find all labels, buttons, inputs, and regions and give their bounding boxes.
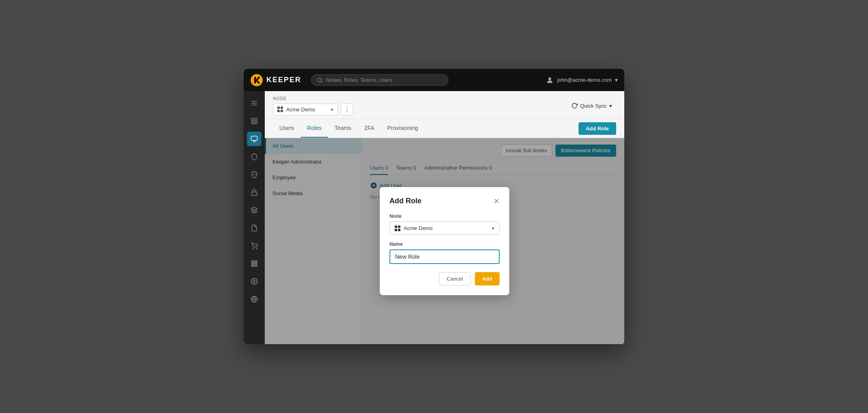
svg-rect-21	[254, 263, 255, 264]
svg-rect-13	[251, 192, 257, 195]
sidebar-item-roles[interactable]	[247, 132, 262, 146]
tab-2fa[interactable]: 2FA	[358, 119, 381, 138]
menu-icon	[251, 100, 258, 107]
sidebar-item-layers[interactable]	[247, 203, 262, 217]
tabs-bar: Users Roles Teams 2FA Provisioning Add R…	[265, 119, 624, 138]
sidebar-item-billing[interactable]	[247, 238, 262, 253]
shield-check-icon	[251, 171, 258, 178]
svg-point-16	[256, 248, 257, 249]
svg-rect-17	[251, 261, 253, 262]
modal-name-input[interactable]	[389, 249, 500, 264]
svg-point-26	[253, 281, 255, 283]
main-layout: Node Acme Demo ⋮	[244, 91, 624, 344]
sidebar-item-menu[interactable]	[247, 96, 262, 111]
cancel-button[interactable]: Cancel	[439, 272, 470, 285]
sidebar-item-apps[interactable]	[247, 256, 262, 271]
sidebar-item-compliance[interactable]	[247, 167, 262, 182]
quick-sync-chevron: ▾	[609, 103, 612, 109]
svg-rect-22	[256, 263, 257, 264]
svg-rect-23	[251, 265, 253, 266]
logo-area: Keeper	[250, 74, 301, 87]
modal-node-dropdown[interactable]: Acme Demo	[389, 221, 500, 235]
svg-rect-7	[255, 118, 257, 120]
sidebar-thin	[244, 91, 265, 344]
sidebar-item-globe[interactable]	[247, 292, 262, 307]
modal-node-value: Acme Demo	[404, 225, 433, 231]
svg-rect-8	[251, 122, 253, 124]
svg-rect-19	[256, 261, 257, 262]
node-grid-icon	[277, 106, 283, 112]
add-button[interactable]: Add	[475, 272, 500, 285]
modal-name-label: Name	[389, 241, 500, 247]
keeper-logo-icon	[250, 74, 263, 87]
node-bar: Node Acme Demo ⋮	[265, 91, 624, 119]
add-role-modal: Add Role ✕ Node Acme Demo	[380, 187, 509, 295]
node-dropdown[interactable]: Acme Demo	[273, 104, 338, 115]
svg-point-2	[549, 77, 551, 80]
topbar: Keeper john@acme-demo.com ▾	[244, 69, 624, 91]
node-dropdown-chevron	[331, 106, 333, 113]
modal-node-grid-icon	[395, 226, 400, 231]
shield-icon	[251, 153, 258, 160]
node-selector: Acme Demo ⋮	[273, 103, 353, 115]
user-avatar-icon	[546, 76, 554, 84]
layers-icon	[251, 206, 258, 214]
node-bar-left: Node Acme Demo ⋮	[273, 96, 353, 115]
svg-rect-20	[251, 263, 253, 264]
svg-rect-24	[254, 265, 255, 266]
sidebar-item-settings[interactable]	[247, 274, 262, 289]
modal-header: Add Role ✕	[389, 197, 500, 205]
sidebar-item-security[interactable]	[247, 149, 262, 164]
app-window: Keeper john@acme-demo.com ▾	[244, 69, 624, 344]
apps-icon	[251, 260, 258, 267]
roles-icon	[251, 135, 258, 143]
svg-point-15	[253, 248, 254, 249]
gear-icon	[251, 278, 258, 285]
add-role-button[interactable]: Add Role	[579, 122, 616, 135]
modal-overlay: Add Role ✕ Node Acme Demo	[265, 138, 624, 344]
tabs-list: Users Roles Teams 2FA Provisioning	[273, 119, 425, 138]
modal-node-chevron	[492, 225, 494, 231]
modal-close-button[interactable]: ✕	[494, 198, 500, 205]
content-area: Node Acme Demo ⋮	[265, 91, 624, 344]
modal-footer: Cancel Add	[389, 272, 500, 285]
sync-icon	[571, 102, 578, 109]
sidebar-item-dashboard[interactable]	[247, 114, 262, 128]
svg-point-1	[318, 78, 321, 81]
node-more-button[interactable]: ⋮	[341, 103, 353, 115]
tab-provisioning[interactable]: Provisioning	[381, 119, 425, 138]
tab-users[interactable]: Users	[273, 119, 301, 138]
node-dropdown-value: Acme Demo	[286, 106, 315, 113]
quick-sync-label: Quick Sync	[580, 103, 607, 109]
file-icon	[251, 224, 258, 232]
svg-rect-6	[251, 118, 253, 120]
keeper-wordmark: Keeper	[266, 76, 301, 84]
modal-node-label: Node	[389, 213, 500, 219]
cart-icon	[251, 242, 258, 249]
svg-rect-10	[251, 136, 257, 141]
user-menu[interactable]: john@acme-demo.com ▾	[546, 76, 618, 84]
svg-rect-25	[256, 265, 257, 266]
search-input[interactable]	[326, 77, 443, 83]
svg-rect-9	[255, 122, 257, 124]
node-label: Node	[273, 96, 353, 101]
inner-layout: All Users Keeper Administrator Employee …	[265, 138, 624, 344]
user-menu-chevron: ▾	[615, 77, 618, 83]
lock-icon	[251, 189, 258, 196]
svg-rect-18	[254, 261, 255, 262]
tab-teams[interactable]: Teams	[328, 119, 357, 138]
modal-title: Add Role	[389, 197, 421, 205]
modal-name-field: Name	[389, 241, 500, 264]
dashboard-icon	[251, 117, 258, 125]
quick-sync-button[interactable]: Quick Sync ▾	[567, 100, 616, 111]
svg-marker-14	[251, 207, 257, 211]
user-email: john@acme-demo.com	[557, 77, 612, 83]
tab-roles[interactable]: Roles	[301, 119, 328, 138]
search-icon	[317, 77, 323, 83]
modal-node-field: Node Acme Demo	[389, 213, 500, 235]
sidebar-item-vault[interactable]	[247, 185, 262, 200]
sidebar-item-reports[interactable]	[247, 221, 262, 235]
globe-icon	[251, 296, 258, 303]
search-bar[interactable]	[311, 74, 449, 86]
